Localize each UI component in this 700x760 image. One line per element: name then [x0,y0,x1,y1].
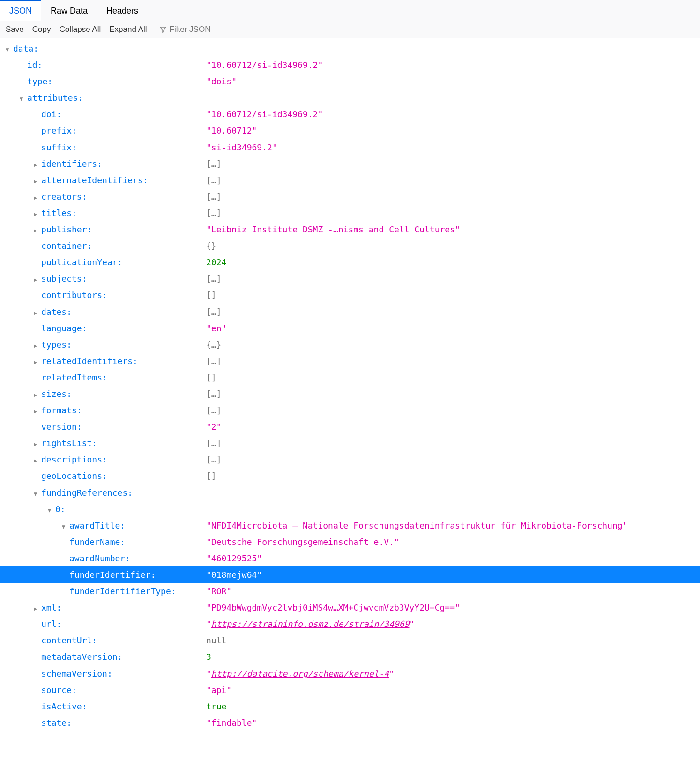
tab-headers[interactable]: Headers [97,0,148,21]
tree-row[interactable]: ▶ funderName: "Deutsche Forschungsgemein… [0,534,700,550]
chevron-down-icon[interactable]: ▼ [34,489,41,499]
tree-row[interactable]: ▼ attributes: [0,89,700,106]
tree-row[interactable]: ▶ type: "dois" [0,73,700,89]
chevron-right-icon[interactable]: ▶ [34,455,41,466]
tree-row-selected[interactable]: ▶ funderIdentifier: "018mejw64" [0,566,700,583]
tree-row[interactable]: ▶ suffix: "si-id34969.2" [0,139,700,156]
tab-raw[interactable]: Raw Data [41,0,97,21]
tree-row[interactable]: ▶ awardNumber: "460129525" [0,550,700,566]
chevron-right-icon[interactable]: ▶ [34,225,41,236]
chevron-down-icon[interactable]: ▼ [6,45,13,55]
tree-row[interactable]: ▶ state: "findable" [0,715,700,731]
chevron-right-icon[interactable]: ▶ [34,341,41,351]
tree-row[interactable]: ▶ version: "2" [0,418,700,435]
tree-row[interactable]: ▶ descriptions: […] [0,451,700,468]
chevron-right-icon[interactable]: ▶ [34,176,41,187]
chevron-right-icon[interactable]: ▶ [34,604,41,614]
tree-row[interactable]: ▶ publicationYear: 2024 [0,254,700,270]
chevron-down-icon[interactable]: ▼ [48,505,55,516]
chevron-right-icon[interactable]: ▶ [34,390,41,401]
chevron-right-icon[interactable]: ▶ [34,439,41,450]
chevron-right-icon[interactable]: ▶ [34,308,41,319]
chevron-right-icon[interactable]: ▶ [34,209,41,220]
tree-row[interactable]: ▶ creators: […] [0,188,700,205]
schema-link[interactable]: http://datacite.org/schema/kernel-4 [211,669,389,678]
tab-json[interactable]: JSON [0,0,41,21]
filter-wrap [159,25,263,34]
chevron-right-icon[interactable]: ▶ [34,406,41,417]
tree-row[interactable]: ▶ metadataVersion: 3 [0,648,700,665]
collapse-all-button[interactable]: Collapse All [59,25,101,34]
save-button[interactable]: Save [6,25,24,34]
tree-row[interactable]: ▶ container: {} [0,238,700,254]
chevron-right-icon[interactable]: ▶ [34,275,41,285]
tree-row[interactable]: ▶ geoLocations: [] [0,468,700,484]
tree-row[interactable]: ▼ data: [0,40,700,57]
tree-row[interactable]: ▶ titles: […] [0,205,700,221]
chevron-down-icon[interactable]: ▼ [20,94,27,104]
tree-row[interactable]: ▶ contributors: [] [0,287,700,303]
url-link[interactable]: https://straininfo.dsmz.de/strain/34969 [211,619,410,629]
tree-row[interactable]: ▶ sizes: […] [0,386,700,402]
tree-row[interactable]: ▶ isActive: true [0,698,700,715]
json-tree: ▼ data: ▶ id: "10.60712/si-id34969.2" ▶ … [0,38,700,740]
tree-row[interactable]: ▶ url: "https://straininfo.dsmz.de/strai… [0,616,700,632]
tree-row[interactable]: ▶ xml: "PD94bWwgdmVyc2lvbj0iMS4w…XM+Cjwv… [0,599,700,616]
tree-row[interactable]: ▶ dates: […] [0,304,700,320]
tree-row[interactable]: ▼ awardTitle: "NFDI4Microbiota – Nationa… [0,517,700,534]
tree-row[interactable]: ▼ fundingReferences: [0,484,700,501]
tree-row[interactable]: ▶ types: {…} [0,336,700,353]
chevron-right-icon[interactable]: ▶ [34,193,41,203]
tree-row[interactable]: ▶ doi: "10.60712/si-id34969.2" [0,106,700,122]
toolbar: Save Copy Collapse All Expand All [0,21,700,38]
tree-row[interactable]: ▶ funderIdentifierType: "ROR" [0,583,700,599]
filter-icon [159,26,167,33]
tree-row[interactable]: ▶ relatedItems: [] [0,369,700,386]
tree-row[interactable]: ▶ rightsList: […] [0,435,700,451]
tree-row[interactable]: ▶ alternateIdentifiers: […] [0,172,700,188]
tree-row[interactable]: ▶ contentUrl: null [0,632,700,648]
tree-row[interactable]: ▶ schemaVersion: "http://datacite.org/sc… [0,665,700,682]
filter-input[interactable] [170,25,263,34]
tree-row[interactable]: ▶ prefix: "10.60712" [0,122,700,139]
tree-row[interactable]: ▶ formats: […] [0,402,700,418]
tree-row[interactable]: ▼ 0: [0,501,700,517]
tree-row[interactable]: ▶ identifiers: […] [0,156,700,172]
copy-button[interactable]: Copy [32,25,51,34]
tree-row[interactable]: ▶ subjects: […] [0,270,700,287]
chevron-down-icon[interactable]: ▼ [62,522,69,532]
tree-row[interactable]: ▶ id: "10.60712/si-id34969.2" [0,57,700,73]
chevron-right-icon[interactable]: ▶ [34,357,41,368]
expand-all-button[interactable]: Expand All [109,25,147,34]
tabs-bar: JSON Raw Data Headers [0,0,700,21]
chevron-right-icon[interactable]: ▶ [34,160,41,171]
tree-row[interactable]: ▶ relatedIdentifiers: […] [0,353,700,369]
tree-row[interactable]: ▶ language: "en" [0,320,700,336]
tree-row[interactable]: ▶ publisher: "Leibniz Institute DSMZ -…n… [0,221,700,238]
tree-row[interactable]: ▶ source: "api" [0,682,700,698]
